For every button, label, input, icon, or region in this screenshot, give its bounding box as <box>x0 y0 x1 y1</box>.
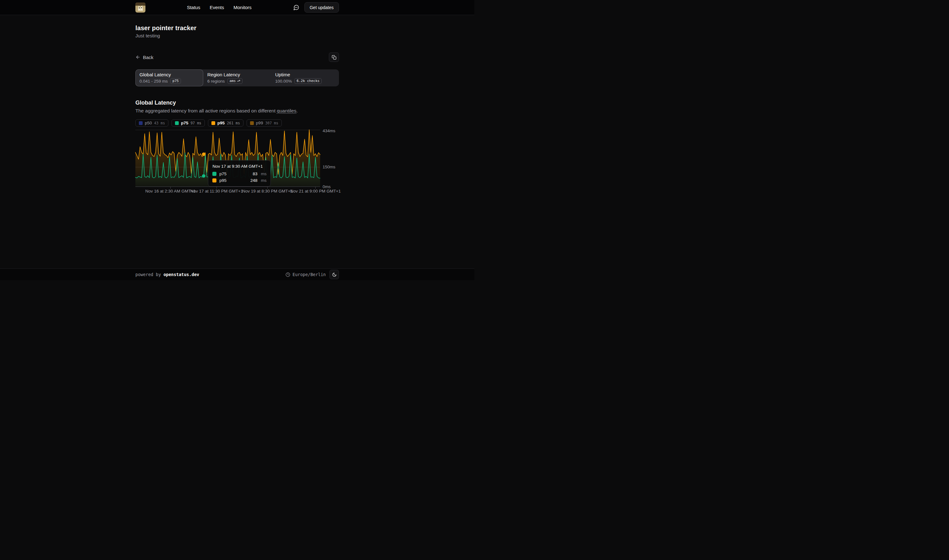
legend-chip-p75[interactable]: p75 97 ms <box>172 119 205 126</box>
quantiles-link[interactable]: quantiles <box>277 108 296 113</box>
legend-chip-p95[interactable]: p95 261 ms <box>208 119 243 126</box>
p95-swatch <box>211 121 215 125</box>
tab-global-latency[interactable]: Global Latency 0.041 - 259 ms p75 <box>135 69 203 86</box>
metric-tabs: Global Latency 0.041 - 259 ms p75 Region… <box>135 69 339 86</box>
theme-toggle-button[interactable] <box>329 270 339 279</box>
footer: powered by openstatus.dev Europe/Berlin <box>0 269 474 280</box>
latency-chart: 434ms 150ms 0ms Nov 16 at 2:30 AM GMT+1 … <box>135 130 339 196</box>
x-axis-tick: Nov 17 at 11:30 PM GMT+1 <box>190 189 243 194</box>
back-label: Back <box>143 55 153 60</box>
p99-swatch <box>250 121 254 125</box>
nav-links: Status Events Monitors <box>145 5 293 10</box>
nav-link-events[interactable]: Events <box>209 5 224 10</box>
tab-title: Region Latency <box>207 72 267 77</box>
back-link[interactable]: Back <box>135 55 153 60</box>
y-axis-tick: 0ms <box>323 185 331 189</box>
quantile-badge: p75 <box>170 78 181 84</box>
nav-link-monitors[interactable]: Monitors <box>234 5 252 10</box>
status-page-logo[interactable] <box>135 3 145 12</box>
chart-tooltip: Nov 17 at 9:30 AM GMT+1 p75 83 ms p95 24… <box>208 160 271 186</box>
x-axis-tick: Nov 21 at 9:00 PM GMT+1 <box>290 189 341 194</box>
main-content: laser pointer tracker Just testing Back … <box>0 15 474 269</box>
legend-chip-p99[interactable]: p99 307 ms <box>247 119 282 126</box>
x-axis-tick: Nov 19 at 8:30 PM GMT+1 <box>242 189 293 194</box>
tab-title: Uptime <box>275 72 335 77</box>
copy-icon <box>332 55 337 60</box>
tab-value: 100.00% <box>275 79 292 83</box>
tab-region-latency[interactable]: Region Latency 6 regions ams <box>203 69 271 86</box>
speech-bubble-icon <box>293 5 299 11</box>
p75-swatch <box>175 121 179 125</box>
moon-icon <box>332 272 337 277</box>
chart-legend: p50 43 ms p75 97 ms p95 261 ms p99 307 m… <box>135 119 339 126</box>
tab-uptime[interactable]: Uptime 100.00% 6.2k checks <box>271 69 339 86</box>
section-title: Global Latency <box>135 100 339 106</box>
trending-up-icon <box>237 79 240 83</box>
x-axis-tick: Nov 16 at 2:30 AM GMT+1 <box>145 189 196 194</box>
checks-badge: 6.2k checks <box>294 78 321 84</box>
get-updates-button[interactable]: Get updates <box>305 2 339 12</box>
tab-title: Global Latency <box>140 72 199 77</box>
y-axis-tick: 434ms <box>323 128 335 133</box>
nav-link-status[interactable]: Status <box>187 5 200 10</box>
powered-by: powered by openstatus.dev <box>135 272 199 277</box>
p50-swatch <box>139 121 143 125</box>
copy-link-button[interactable] <box>329 52 339 62</box>
tooltip-row-p95: p95 248 ms <box>212 178 266 183</box>
clock-icon <box>286 272 290 277</box>
tooltip-row-p75: p75 83 ms <box>212 171 266 176</box>
cat-logo-image <box>135 3 145 12</box>
arrow-left-icon <box>135 55 140 60</box>
y-axis-tick: 150ms <box>323 165 335 169</box>
feedback-button[interactable] <box>293 5 299 11</box>
openstatus-link[interactable]: openstatus.dev <box>163 272 199 277</box>
top-nav: Status Events Monitors Get updates <box>0 0 474 15</box>
page-title: laser pointer tracker <box>135 25 339 32</box>
tab-value: 6 regions <box>207 79 225 83</box>
legend-chip-p50[interactable]: p50 43 ms <box>135 119 168 126</box>
page-subtitle: Just testing <box>135 33 339 38</box>
section-description: The aggregated latency from all active r… <box>135 108 339 114</box>
tab-value: 0.041 - 259 ms <box>140 79 168 83</box>
region-badge: ams <box>228 78 243 84</box>
tooltip-date: Nov 17 at 9:30 AM GMT+1 <box>212 164 266 169</box>
timezone: Europe/Berlin <box>286 272 326 277</box>
